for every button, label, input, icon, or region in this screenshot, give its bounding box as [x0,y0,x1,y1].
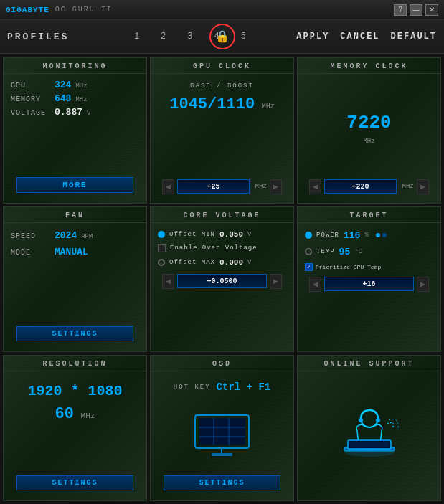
help-button[interactable]: ? [394,4,407,16]
dot1 [376,233,380,237]
gpu-clock-track[interactable]: +25 [177,179,249,194]
mem-clock-value: 7220 [346,112,391,133]
enable-over-voltage-row: Enable Over Voltage [158,244,286,252]
osd-hotkey-value: Ctrl + F1 [217,381,271,393]
memory-label: MEMORY [11,95,50,103]
gpu-value: 324 [55,80,71,90]
svg-rect-1 [199,418,245,445]
enable-over-voltage-checkbox[interactable] [158,244,166,252]
power-unit: % [364,232,368,239]
power-radio[interactable] [305,232,312,239]
osd-body: HOT KEY Ctrl + F1 [151,371,293,500]
online-support-title: ONLINE SUPPORT [298,356,440,371]
profile-actions: APPLY CANCEL DEFAULT [296,32,437,42]
osd-hotkey-row: HOT KEY Ctrl + F1 [158,377,286,397]
cancel-button[interactable]: CANCEL [340,32,379,42]
fan-speed-value: 2024 [55,230,77,241]
fan-panel: FAN SPEED 2024 RPM MODE MANUAL SETTINGS [3,206,147,353]
priority-row: ✓ Prioritize GPU Temp [305,263,433,271]
gpu-clock-body: BASE / BOOST 1045/1110 MHz ◀ +25 MHz ▶ [151,74,293,203]
target-slider-left[interactable]: ◀ [309,277,321,292]
core-voltage-body: Offset MIN 0.050 V Enable Over Voltage O… [151,223,293,352]
fan-speed-label: SPEED [11,232,50,240]
title-bar: GIGABYTE OC GURU II ? — ✕ [0,0,444,20]
svg-rect-13 [350,442,389,447]
voltage-slider-right[interactable]: ▶ [270,274,282,289]
profile-5[interactable]: 5 [241,32,246,42]
osd-monitor-icon [158,400,286,470]
gpu-clock-slider-left[interactable]: ◀ [162,179,174,194]
lock-circle[interactable]: 🔒 [209,24,235,49]
fan-mode-label: MODE [11,249,50,257]
offset-max-row: Offset MAX 0.000 V [158,258,286,267]
enable-over-voltage-label: Enable Over Voltage [170,244,258,252]
resolution-hz-row: 60 MHz [11,405,139,423]
profile-3[interactable]: 3 [187,32,192,42]
osd-panel: OSD HOT KEY Ctrl + F1 [150,355,294,501]
mem-slider-right[interactable]: ▶ [417,179,429,194]
voltage-slider: ◀ +0.0500 ▶ [162,274,282,289]
target-slider-right[interactable]: ▶ [417,277,429,292]
monitoring-body: GPU 324 MHz MEMORY 648 MHz VOLTAGE 0.887… [4,74,146,203]
fan-speed-unit: RPM [81,233,93,240]
memory-clock-title: MEMORY CLOCK [298,58,440,74]
voltage-slider-left[interactable]: ◀ [162,274,174,289]
memory-value: 648 [55,93,71,104]
priority-label: Prioritize GPU Temp [316,264,381,270]
svg-point-14 [344,448,395,457]
monitoring-title: MONITORING [4,58,146,74]
voltage-unit: V [87,110,90,117]
mem-slider-track[interactable]: +220 [324,179,396,194]
target-slider: ◀ +16 ▶ [309,277,429,292]
resolution-panel: RESOLUTION 1920 * 1080 60 MHz SETTINGS [3,355,147,501]
profile-1[interactable]: 1 [134,32,139,42]
gpu-row: GPU 324 MHz [11,80,139,90]
profiles-label: PROFILES [7,32,69,42]
mem-slider-unit: MHz [402,183,414,190]
gpu-clock-sublabel: BASE / BOOST [158,80,286,90]
fan-settings-button[interactable]: SETTINGS [16,326,133,341]
memory-clock-panel: MEMORY CLOCK 7220 MHz ◀ +220 MHz ▶ [297,57,441,204]
mem-clock-unit: MHz [363,138,374,145]
temp-label: TEMP [316,248,335,255]
more-button[interactable]: MORE [16,177,133,193]
online-support-panel: ONLINE SUPPORT [297,355,441,501]
memory-clock-body: 7220 MHz ◀ +220 MHz ▶ [298,74,440,203]
gpu-clock-slider: ◀ +25 MHz ▶ [162,179,282,194]
fan-title: FAN [4,207,146,223]
voltage-row: VOLTAGE 0.887 V [11,107,139,118]
resolution-value: 1920 * 1080 [11,383,139,399]
gpu-clock-unit: MHz [262,103,275,110]
mem-slider-left[interactable]: ◀ [309,179,321,194]
resolution-settings-button[interactable]: SETTINGS [16,475,133,490]
target-slider-track[interactable]: +16 [324,277,414,291]
app-subtitle: OC GURU II [55,6,113,14]
minimize-button[interactable]: — [410,4,422,16]
gpu-clock-slider-value: +25 [207,183,219,191]
voltage-slider-track[interactable]: +0.0500 [177,274,267,288]
memory-unit: MHz [75,96,87,103]
osd-title: OSD [151,356,293,371]
offset-max-radio[interactable] [158,259,165,266]
default-button[interactable]: DEFAULT [391,32,437,42]
profile-bar: PROFILES 1 2 3 4 5 🔒 APPLY CANCEL DEFAUL… [0,20,444,54]
priority-checkbox[interactable]: ✓ [305,263,313,271]
offset-max-value: 0.000 [219,258,243,267]
memory-row: MEMORY 648 MHz [11,93,139,104]
gpu-clock-slider-right[interactable]: ▶ [270,179,282,194]
temp-row: TEMP 95 °C [305,247,433,257]
online-support-icon[interactable] [305,377,433,495]
temp-value: 95 [339,247,351,257]
temp-radio[interactable] [305,248,312,255]
fan-speed-row: SPEED 2024 RPM [11,230,139,241]
profile-2[interactable]: 2 [161,32,166,42]
apply-button[interactable]: APPLY [296,32,329,42]
app-logo: GIGABYTE [6,6,49,14]
osd-settings-button[interactable]: SETTINGS [164,475,280,490]
close-button[interactable]: ✕ [425,4,438,16]
offset-max-unit: V [247,259,251,266]
profile-numbers: 1 2 3 4 5 [83,32,296,42]
temp-unit: °C [354,248,362,255]
offset-min-unit: V [247,231,251,238]
offset-min-radio[interactable] [158,231,165,238]
